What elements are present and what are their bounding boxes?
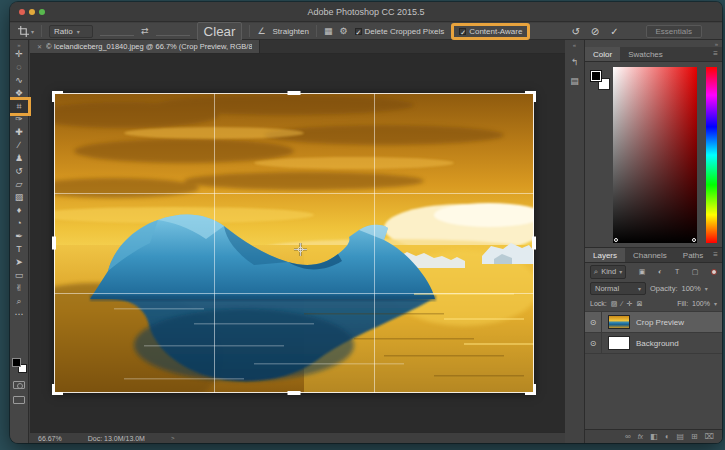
tool-path-selection[interactable]: ➤ <box>10 256 28 269</box>
tab-color[interactable]: Color <box>585 47 620 61</box>
tool-brush[interactable]: ∕ <box>10 139 28 152</box>
filter-shape-icon[interactable]: ▢ <box>692 268 699 276</box>
crop-handle-top[interactable] <box>288 91 301 95</box>
panel-menu-icon[interactable]: ≡ <box>713 250 718 259</box>
layer-thumbnail[interactable] <box>608 315 630 329</box>
tool-marquee[interactable]: ◌ <box>10 61 28 74</box>
crop-handle-right[interactable] <box>532 237 536 250</box>
collapse-dock-icon[interactable]: « <box>565 40 584 48</box>
checkbox-icon[interactable]: ✓ <box>459 28 466 35</box>
ratio-dropdown[interactable]: Ratio ▾ <box>49 25 93 38</box>
adjustment-layer-icon[interactable]: ◐ <box>665 432 670 441</box>
crop-handle-top-right[interactable] <box>525 91 536 102</box>
quick-mask-button[interactable] <box>13 381 25 389</box>
swap-dimensions-icon[interactable]: ⇄ <box>141 26 149 36</box>
eye-icon[interactable]: ⊙ <box>585 333 602 353</box>
filter-toggle[interactable] <box>711 269 717 275</box>
filter-adjustment-icon[interactable]: ◐ <box>658 268 662 276</box>
layer-thumbnail[interactable] <box>608 336 630 350</box>
lock-position-icon[interactable]: ✛ <box>627 300 633 308</box>
expand-toolbar-icon[interactable]: » <box>10 40 28 48</box>
crop-handle-left[interactable] <box>52 237 56 250</box>
crop-settings-gear-icon[interactable]: ⚙ <box>339 26 347 36</box>
fill-value[interactable]: 100% <box>692 300 710 307</box>
photo-iceberg[interactable] <box>54 93 534 393</box>
zoom-level-field[interactable]: 66.67% <box>38 435 62 442</box>
layer-filter-dropdown[interactable]: ⌕ Kind ▾ <box>590 265 626 279</box>
crop-handle-bottom-left[interactable] <box>52 384 63 395</box>
filter-pixel-icon[interactable]: ▣ <box>639 268 646 276</box>
crop-handle-top-left[interactable] <box>52 91 63 102</box>
new-group-icon[interactable]: ▤ <box>677 432 685 441</box>
tab-swatches[interactable]: Swatches <box>620 47 671 61</box>
crop-width-input[interactable] <box>100 26 134 36</box>
clear-button[interactable]: Clear <box>197 22 243 41</box>
layer-style-icon[interactable]: fx <box>638 433 643 440</box>
tool-hand[interactable]: ✌ <box>10 282 28 295</box>
saturation-brightness-picker[interactable] <box>613 67 697 243</box>
foreground-background-swatches[interactable] <box>590 70 610 90</box>
history-panel-icon[interactable]: ↰ <box>565 57 584 67</box>
straighten-button[interactable]: Straighten <box>273 27 309 36</box>
properties-panel-icon[interactable]: ▤ <box>565 76 584 86</box>
crop-height-input[interactable] <box>156 26 190 36</box>
tool-eyedropper[interactable]: ✑ <box>10 113 28 126</box>
tool-type[interactable]: T <box>10 243 28 256</box>
lock-pixels-icon[interactable]: ∕ <box>621 300 622 308</box>
picker-cursor[interactable] <box>614 238 618 242</box>
overlay-options-icon[interactable]: ▦ <box>324 26 333 36</box>
tool-eraser[interactable]: ▱ <box>10 178 28 191</box>
tool-history-brush[interactable]: ↺ <box>10 165 28 178</box>
tool-quick-selection[interactable]: ❖ <box>10 87 28 100</box>
checkbox-icon[interactable]: ✓ <box>355 28 362 35</box>
blend-mode-dropdown[interactable]: Normal ▾ <box>590 282 646 295</box>
lock-transparency-icon[interactable]: ▨ <box>611 300 618 308</box>
tool-dodge[interactable]: ◔ <box>10 217 28 230</box>
foreground-color-swatch[interactable] <box>12 358 21 367</box>
tool-spot-healing[interactable]: ✚ <box>10 126 28 139</box>
tool-crop[interactable]: ⌗ <box>10 100 28 113</box>
foreground-color-swatch[interactable] <box>590 70 602 82</box>
tool-blur[interactable]: ♦ <box>10 204 28 217</box>
tab-layers[interactable]: Layers <box>585 248 625 262</box>
layer-row-background[interactable]: ⊙Background <box>585 333 722 354</box>
workspace-switcher-button[interactable]: Essentials <box>646 25 702 38</box>
reset-crop-icon[interactable]: ↺ <box>571 26 579 37</box>
link-layers-icon[interactable]: ∞ <box>625 432 631 441</box>
foreground-background-swatches[interactable] <box>12 358 27 373</box>
tool-clone-stamp[interactable]: ♟ <box>10 152 28 165</box>
opacity-value[interactable]: 100% <box>682 284 701 293</box>
content-aware-checkbox[interactable]: ✓ Content-Aware <box>459 27 522 36</box>
crop-handle-bottom[interactable] <box>288 391 301 395</box>
new-layer-icon[interactable]: ⊞ <box>691 432 698 441</box>
lock-all-icon[interactable]: ⊠ <box>636 300 642 308</box>
status-chevron-icon[interactable]: > <box>171 435 175 441</box>
tool-pen[interactable]: ✒ <box>10 230 28 243</box>
delete-layer-icon[interactable]: ⌧ <box>705 432 714 441</box>
add-mask-icon[interactable]: ◧ <box>650 432 658 441</box>
canvas[interactable] <box>30 54 565 432</box>
tool-edit-toolbar[interactable]: ⋯ <box>10 308 28 321</box>
filter-type-icon[interactable]: T <box>675 268 679 276</box>
tool-lasso[interactable]: ∿ <box>10 74 28 87</box>
document-tab[interactable]: ✕ © Icelandiceberg_01840.jpeg @ 66.7% (C… <box>30 40 260 53</box>
picker-cursor[interactable] <box>692 238 696 242</box>
eye-icon[interactable]: ⊙ <box>585 312 602 332</box>
crop-handle-bottom-right[interactable] <box>525 384 536 395</box>
layer-row-crop-preview[interactable]: ⊙Crop Preview <box>585 312 722 333</box>
panel-menu-icon[interactable]: ≡ <box>713 49 718 58</box>
hue-slider[interactable] <box>706 67 717 243</box>
tool-move[interactable]: ✛ <box>10 48 28 61</box>
cancel-crop-icon[interactable]: ⊘ <box>591 26 599 37</box>
close-tab-icon[interactable]: ✕ <box>37 43 42 50</box>
tool-zoom[interactable]: ⌕ <box>10 295 28 308</box>
titlebar[interactable]: Adobe Photoshop CC 2015.5 <box>10 2 722 22</box>
screen-mode-button[interactable] <box>13 396 25 404</box>
commit-crop-icon[interactable]: ✓ <box>610 26 618 37</box>
tab-channels[interactable]: Channels <box>625 248 675 262</box>
tool-rectangle[interactable]: ▭ <box>10 269 28 282</box>
tool-preset-button[interactable]: ▾ <box>18 26 34 37</box>
tool-gradient[interactable]: ▨ <box>10 191 28 204</box>
tab-paths[interactable]: Paths <box>675 248 711 262</box>
delete-cropped-pixels-checkbox[interactable]: ✓ Delete Cropped Pixels <box>355 27 445 36</box>
